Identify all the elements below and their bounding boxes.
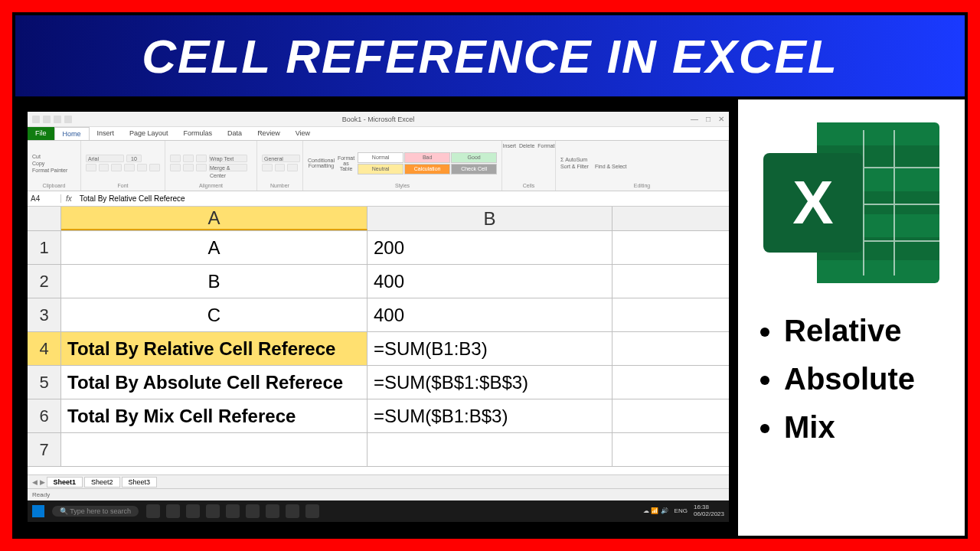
grid-row: 5Total By Absolute Cell Referece=SUM($B$…	[28, 366, 729, 399]
ribbon-body: Cut Copy Format Painter Clipboard Arial1…	[28, 141, 729, 191]
spreadsheet-grid[interactable]: A B 1A2002B4003C4004Total By Relative Ce…	[28, 207, 729, 474]
maximize-icon[interactable]: □	[706, 115, 710, 123]
cell[interactable]: =SUM($B$1:$B$3)	[368, 366, 612, 399]
taskbar-app-icon[interactable]	[286, 504, 299, 518]
row-header[interactable]: 4	[28, 332, 61, 365]
fill-color-button[interactable]	[137, 164, 148, 171]
underline-button[interactable]	[111, 164, 122, 171]
taskbar-app-icon[interactable]	[226, 504, 240, 518]
row-header[interactable]: 2	[28, 265, 61, 298]
tray-lang[interactable]: ENG	[675, 508, 688, 515]
font-color-button[interactable]	[149, 164, 160, 171]
wrap-text-button[interactable]: Wrap Text	[209, 155, 247, 162]
cell[interactable]	[368, 433, 612, 466]
excel-logo-x-icon: X	[763, 153, 863, 253]
cell[interactable]: =SUM(B1:B3)	[368, 332, 612, 365]
col-header-b[interactable]: B	[368, 207, 612, 230]
tab-page-layout[interactable]: Page Layout	[122, 127, 176, 140]
excel-titlebar: Book1 - Microsoft Excel —□✕	[28, 112, 729, 127]
insert-cells-button[interactable]: Insert	[503, 143, 517, 183]
copy-button[interactable]: Copy	[32, 161, 76, 166]
start-button[interactable]	[32, 505, 44, 517]
taskbar-apps[interactable]	[146, 504, 319, 518]
tab-home[interactable]: Home	[54, 127, 90, 140]
format-cells-button[interactable]: Format	[537, 143, 554, 183]
col-header-a[interactable]: A	[61, 207, 368, 230]
cell[interactable]: Total By Mix Cell Referece	[61, 399, 368, 432]
slide-title: CELL REFERENCE IN EXCEL	[142, 29, 838, 83]
format-as-table-button[interactable]: Format as Table	[338, 155, 354, 171]
cell-styles-gallery[interactable]: Normal Bad Good Neutral Calculation Chec…	[358, 152, 497, 174]
cell[interactable]: 400	[368, 298, 612, 331]
sheet-tabs: ◀ ▶ Sheet1 Sheet2 Sheet3	[28, 474, 729, 488]
select-all-corner[interactable]	[28, 207, 61, 230]
sheet-tab-1[interactable]: Sheet1	[47, 477, 83, 487]
row-header[interactable]: 1	[28, 231, 61, 264]
taskbar-app-icon[interactable]	[305, 504, 319, 518]
tab-view[interactable]: View	[288, 127, 318, 140]
format-painter-button[interactable]: Format Painter	[32, 168, 76, 173]
title-banner: CELL REFERENCE IN EXCEL	[15, 15, 965, 99]
taskbar-app-icon[interactable]	[246, 504, 260, 518]
sheet-nav[interactable]: ◀ ▶	[32, 478, 45, 486]
grid-row: 2B400	[28, 265, 729, 298]
border-button[interactable]	[124, 164, 135, 171]
tab-insert[interactable]: Insert	[90, 127, 122, 140]
cut-button[interactable]: Cut	[32, 154, 76, 159]
number-format-select[interactable]: General	[262, 155, 300, 162]
quick-access-toolbar[interactable]	[32, 116, 72, 123]
tab-review[interactable]: Review	[250, 127, 288, 140]
tray-icons[interactable]: ☁ 📶 🔊	[643, 508, 668, 515]
autosum-button[interactable]: Σ AutoSum	[560, 157, 724, 162]
taskbar-tray[interactable]: ☁ 📶 🔊 ENG 16:3806/02/2023	[643, 504, 724, 518]
font-name-select[interactable]: Arial	[86, 155, 124, 162]
row-header[interactable]: 3	[28, 298, 61, 331]
sheet-tab-2[interactable]: Sheet2	[84, 477, 120, 487]
row-header[interactable]: 6	[28, 399, 61, 432]
taskbar-app-icon[interactable]	[166, 504, 180, 518]
close-icon[interactable]: ✕	[718, 115, 724, 123]
sheet-tab-3[interactable]: Sheet3	[122, 477, 158, 487]
italic-button[interactable]	[99, 164, 109, 171]
ribbon-group-alignment: Wrap Text Merge & Center Alignment	[165, 141, 257, 191]
formula-text[interactable]: Total By Relative Cell Referece	[77, 194, 188, 203]
tab-formulas[interactable]: Formulas	[176, 127, 220, 140]
font-size-select[interactable]: 10	[126, 155, 142, 162]
cell[interactable]: A	[61, 231, 368, 264]
row-header[interactable]: 5	[28, 366, 61, 399]
find-select-button[interactable]: Find & Select	[595, 164, 627, 169]
ribbon-group-font: Arial10 Font	[81, 141, 165, 191]
taskbar-app-icon[interactable]	[266, 504, 279, 518]
cell[interactable]	[61, 433, 368, 466]
tab-data[interactable]: Data	[220, 127, 250, 140]
bullet-absolute: Absolute	[784, 362, 915, 396]
bold-button[interactable]	[86, 164, 96, 171]
taskbar-app-icon[interactable]	[206, 504, 220, 518]
cell[interactable]: Total By Relative Cell Referece	[61, 332, 368, 365]
cell[interactable]: Total By Absolute Cell Referece	[61, 366, 368, 399]
cell[interactable]: B	[61, 265, 368, 298]
row-header[interactable]: 7	[28, 433, 61, 466]
cell[interactable]: =SUM($B1:B$3)	[368, 399, 612, 432]
windows-taskbar: 🔍 Type here to search	[28, 500, 729, 522]
cell[interactable]: 200	[368, 231, 612, 264]
name-box[interactable]: A4	[28, 194, 61, 203]
merge-center-button[interactable]: Merge & Center	[209, 164, 247, 171]
taskbar-app-icon[interactable]	[146, 504, 160, 518]
main-row: Book1 - Microsoft Excel —□✕ File Home In…	[15, 99, 965, 536]
tray-clock[interactable]: 16:3806/02/2023	[694, 504, 724, 518]
tab-file[interactable]: File	[28, 127, 54, 140]
cell[interactable]: 400	[368, 265, 612, 298]
delete-cells-button[interactable]: Delete	[519, 143, 534, 183]
ribbon-group-editing: Σ AutoSum Sort & Filter Find & Select Ed…	[556, 141, 729, 191]
taskbar-app-icon[interactable]	[186, 504, 200, 518]
taskbar-search[interactable]: 🔍 Type here to search	[52, 506, 139, 517]
status-text: Ready	[32, 491, 50, 498]
cell[interactable]: C	[61, 298, 368, 331]
conditional-formatting-button[interactable]: Conditional Formatting	[308, 158, 335, 168]
window-controls[interactable]: —□✕	[691, 115, 724, 123]
minimize-icon[interactable]: —	[691, 115, 698, 123]
sort-filter-button[interactable]: Sort & Filter	[560, 164, 589, 169]
excel-window: Book1 - Microsoft Excel —□✕ File Home In…	[26, 110, 730, 523]
fx-icon[interactable]: fx	[61, 194, 77, 203]
